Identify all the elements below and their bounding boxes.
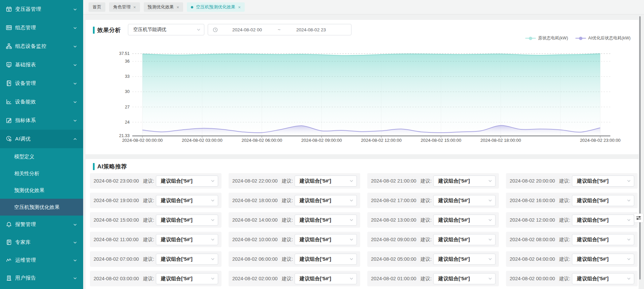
suggestion-select[interactable]: 建议组合['5#'] <box>572 234 634 245</box>
suggestion-select[interactable]: 建议组合['5#'] <box>295 234 357 245</box>
sidebar-item-device[interactable]: 设备管理 <box>0 74 83 93</box>
suggestion-select-value: 建议组合['5#'] <box>438 197 470 204</box>
close-icon[interactable]: × <box>238 5 241 9</box>
sidebar-item-energy[interactable]: 设备能效 <box>0 93 83 111</box>
breadcrumb-tab[interactable]: 首页 <box>89 2 105 12</box>
suggestion-label: 建议: <box>143 217 154 223</box>
sidebar-subitem[interactable]: 空压机预测优化效果 <box>0 199 83 216</box>
breadcrumb-tab[interactable]: 预测优化效果× <box>144 2 183 12</box>
chevron-down-icon <box>73 26 77 30</box>
section-title-ai-strategy: AI策略推荐 <box>97 163 127 170</box>
suggestion-select[interactable]: 建议组合['5#'] <box>572 175 634 187</box>
strategy-time: 2024-08-02 07:00:00 <box>94 256 143 262</box>
strategy-item: 2024-08-02 10:00:00 建议: 建议组合['5#'] <box>229 232 360 247</box>
suggestion-select[interactable]: 建议组合['5#'] <box>295 254 357 265</box>
suggestion-select[interactable]: 建议组合['5#'] <box>156 273 218 284</box>
suggestion-label: 建议: <box>420 236 432 243</box>
suggestion-select[interactable]: 建议组合['5#'] <box>433 273 496 284</box>
suggestion-label: 建议: <box>282 197 293 204</box>
strategy-time: 2024-08-02 09:00:00 <box>371 237 420 242</box>
chevron-down-icon <box>73 223 77 227</box>
sidebar-item-device-monitor[interactable]: 组态设备监控 <box>0 37 83 56</box>
chevron-down-icon <box>211 179 215 183</box>
sidebar-item-label: 专家库 <box>15 239 73 246</box>
chevron-down-icon <box>73 240 77 245</box>
sidebar-item-user-report[interactable]: 用户报告 <box>0 269 83 287</box>
strategy-item: 2024-08-02 17:00:00 建议: 建议组合['5#'] <box>367 193 499 208</box>
suggestion-label: 建议: <box>559 236 570 243</box>
sidebar-subitem[interactable]: 预测优化效果 <box>0 182 83 199</box>
sidebar-item-label: 组态设备监控 <box>15 43 73 50</box>
suggestion-label: 建议: <box>420 276 432 282</box>
suggestion-select[interactable]: 建议组合['5#'] <box>572 254 634 265</box>
strategy-item: 2024-08-02 22:00:00 建议: 建议组合['5#'] <box>229 173 360 189</box>
chevron-down-icon <box>211 218 215 222</box>
suggestion-select[interactable]: 建议组合['5#'] <box>295 195 357 206</box>
suggestion-select[interactable]: 建议组合['5#'] <box>156 234 218 245</box>
suggestion-select[interactable]: 建议组合['5#'] <box>295 273 357 284</box>
chevron-down-icon <box>211 198 215 202</box>
suggestion-select[interactable]: 建议组合['5#'] <box>433 215 496 226</box>
suggestion-select[interactable]: 建议组合['5#'] <box>433 234 496 245</box>
strategy-time: 2024-08-02 23:00:00 <box>94 178 143 184</box>
sidebar-item-indicator[interactable]: 指标体系 <box>0 111 83 130</box>
suggestion-select-value: 建议组合['5#'] <box>161 197 193 204</box>
suggestion-select[interactable]: 建议组合['5#'] <box>572 273 634 284</box>
suggestion-select[interactable]: 建议组合['5#'] <box>156 175 218 187</box>
suggestion-label: 建议: <box>282 256 293 262</box>
chevron-down-icon <box>211 257 215 261</box>
chevron-down-icon <box>627 218 631 222</box>
sidebar-item-configuration[interactable]: 组态管理 <box>0 19 83 37</box>
suggestion-select[interactable]: 建议组合['5#'] <box>572 195 634 206</box>
close-icon[interactable]: × <box>177 5 179 9</box>
suggestion-select[interactable]: 建议组合['5#'] <box>295 215 357 226</box>
breadcrumb-tab[interactable]: 角色管理× <box>109 2 140 12</box>
suggestion-label: 建议: <box>559 256 570 262</box>
suggestion-select[interactable]: 建议组合['5#'] <box>156 215 218 226</box>
strategy-item: 2024-08-02 03:00:00 建议: 建议组合['5#'] <box>90 271 222 286</box>
expert-icon <box>6 239 12 246</box>
breadcrumb-tabbar: 首页角色管理×预测优化效果×空压机预测优化效果× <box>83 0 644 14</box>
suggestion-select-value: 建议组合['5#'] <box>577 236 609 243</box>
sidebar-item-expert[interactable]: 专家库 <box>0 233 83 251</box>
sidebar-subitem[interactable]: 模型定义 <box>0 148 83 165</box>
chevron-down-icon <box>488 198 492 202</box>
suggestion-select-value: 建议组合['5#'] <box>300 256 331 262</box>
chevron-down-icon <box>73 276 77 280</box>
chevron-down-icon <box>349 179 353 183</box>
y-axis-tick-label: 33 <box>125 74 130 79</box>
chevron-down-icon <box>488 237 492 242</box>
suggestion-label: 建议: <box>143 256 154 262</box>
sidebar-item-transformer[interactable]: 变压器管理 <box>0 0 83 19</box>
suggestion-select[interactable]: 建议组合['5#'] <box>572 215 634 226</box>
suggestion-select[interactable]: 建议组合['5#'] <box>433 254 496 265</box>
sidebar-item-alarm[interactable]: 报警管理 <box>0 216 83 233</box>
suggestion-select[interactable]: 建议组合['5#'] <box>156 195 218 206</box>
suggestion-select-value: 建议组合['5#'] <box>161 256 193 262</box>
suggestion-select[interactable]: 建议组合['5#'] <box>156 254 218 265</box>
strategy-item: 2024-08-02 14:00:00 建议: 建议组合['5#'] <box>229 212 360 228</box>
suggestion-select[interactable]: 建议组合['5#'] <box>433 195 496 206</box>
suggestion-select[interactable]: 建议组合['5#'] <box>433 175 496 187</box>
strategy-time: 2024-08-02 10:00:00 <box>232 237 282 242</box>
sidebar-item-ops[interactable]: 运维管理 <box>0 251 83 269</box>
chevron-down-icon <box>627 198 631 202</box>
vertical-scrollbar[interactable] <box>639 16 641 280</box>
sidebar-item-label: 报警管理 <box>15 221 73 228</box>
breadcrumb-tab[interactable]: 空压机预测优化效果× <box>187 2 245 12</box>
close-icon[interactable]: × <box>133 5 136 9</box>
chevron-down-icon <box>211 237 215 242</box>
sidebar-item-ai-tuning[interactable]: AI调优 <box>0 130 83 148</box>
sidebar-subitem[interactable]: 相关性分析 <box>0 165 83 182</box>
y-axis-tick-label: 27 <box>125 105 130 109</box>
consumption-area-chart[interactable]: 37.51363330272421.332024-08-02 00:00:002… <box>86 20 639 154</box>
sidebar-item-report[interactable]: 基础报表 <box>0 56 83 74</box>
suggestion-label: 建议: <box>143 236 154 243</box>
chevron-down-icon <box>627 237 631 242</box>
suggestion-select-value: 建议组合['5#'] <box>438 236 470 243</box>
strategy-time: 2024-08-02 22:00:00 <box>232 178 282 184</box>
suggestion-select[interactable]: 建议组合['5#'] <box>295 175 357 187</box>
filter-settings-button[interactable] <box>634 214 643 222</box>
tab-label: 首页 <box>93 4 101 10</box>
strategy-time: 2024-08-02 12:00:00 <box>510 217 559 223</box>
